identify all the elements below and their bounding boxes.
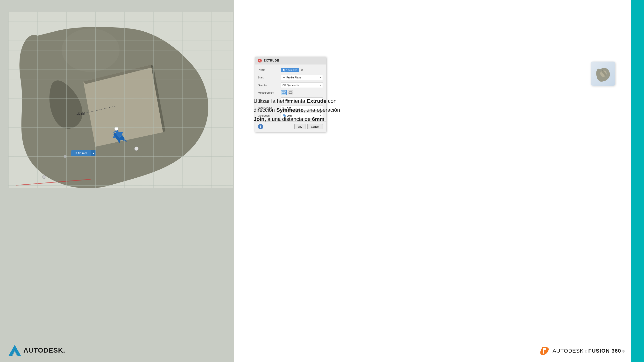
measurement-icon-1[interactable] [281, 90, 286, 95]
svg-text:3.00 mm: 3.00 mm [76, 152, 87, 155]
autodesk-logo: AUTODESK. [8, 345, 65, 356]
3d-shape-svg: -6.00 3.00 mm ▾ [8, 11, 233, 188]
profile-control: 1 selected ✕ [281, 68, 323, 72]
profile-label: Profile [258, 68, 281, 71]
info-icon: i [258, 124, 263, 129]
profile-clear-button[interactable]: ✕ [300, 68, 304, 72]
teal-sidebar-bar [631, 0, 644, 362]
svg-point-6 [134, 147, 138, 151]
direction-dropdown[interactable]: Symmetric ▾ [281, 82, 323, 88]
dialog-title: EXTRUDE [264, 59, 279, 62]
3d-canvas: -6.00 3.00 mm ▾ [8, 11, 233, 188]
profile-plane-icon [282, 76, 286, 79]
start-label: Start [258, 76, 281, 79]
svg-point-7 [42, 175, 46, 179]
fusion-logo-text: AUTODESK ® FUSION 360 ® [552, 348, 625, 354]
description-bold2: Symmetric, [276, 107, 305, 113]
autodesk-text: AUTODESK. [24, 347, 65, 354]
autodesk-icon [8, 345, 21, 356]
svg-marker-3 [110, 128, 122, 141]
direction-value: Symmetric [287, 84, 300, 87]
cancel-button[interactable]: Cancel [308, 124, 323, 129]
direction-row: Direction Symmetric [255, 81, 326, 89]
profile-selected-value: 1 selected [286, 69, 297, 71]
svg-rect-10 [71, 150, 92, 156]
description-area: Utilizar la herramienta Extrude condirec… [254, 96, 622, 124]
dialog-header: EXTRUDE [255, 57, 326, 64]
full-length-icon [288, 91, 292, 94]
viewport: -6.00 3.00 mm ▾ [0, 0, 234, 362]
reg-mark: ® [622, 350, 625, 353]
description-part3: una operación [305, 107, 340, 113]
svg-text:▾: ▾ [93, 152, 94, 155]
start-dropdown[interactable]: Profile Plane ▾ [281, 75, 323, 80]
ok-button[interactable]: OK [294, 124, 306, 129]
half-length-icon [282, 91, 286, 94]
start-row: Start Profile Plane ▾ [255, 74, 326, 81]
direction-dropdown-arrow: ▾ [320, 84, 321, 86]
svg-line-9 [16, 179, 90, 185]
svg-marker-4 [116, 132, 123, 138]
svg-point-0 [62, 28, 120, 72]
dialog-close-button[interactable] [258, 59, 262, 62]
right-panel: EXTRUDE Profile 1 selected ✕ Star [234, 0, 644, 362]
measurement-label: Measurement [258, 91, 281, 94]
description-bold4: 6mm [312, 116, 324, 122]
profile-row: Profile 1 selected ✕ [255, 66, 326, 74]
symmetric-icon [282, 84, 286, 87]
svg-point-8 [64, 155, 67, 158]
svg-point-5 [114, 127, 118, 131]
measurement-control [281, 90, 323, 95]
description-part1: Utilizar la herramienta [254, 98, 307, 104]
direction-label: Direction [258, 84, 281, 87]
part-thumbnail-svg [594, 65, 612, 82]
trademark-symbol: ® [585, 350, 587, 353]
svg-text:-6.00: -6.00 [76, 112, 86, 116]
fusion-name-text: FUSION 360 [588, 348, 621, 354]
description-part4: a una distancia de [266, 116, 312, 122]
cursor-icon [283, 68, 285, 71]
measurement-icon-2[interactable] [288, 90, 294, 95]
fusion-autodesk-text: AUTODESK [552, 348, 584, 354]
description-bold3: Join, [254, 116, 266, 122]
description-bold1: Extrude [307, 98, 326, 104]
measurement-row: Measurement [255, 89, 326, 96]
close-icon [259, 60, 261, 61]
measurement-icons [281, 90, 294, 95]
start-dropdown-arrow: ▾ [320, 76, 321, 79]
profile-selected-badge[interactable]: 1 selected [281, 68, 299, 72]
start-value: Profile Plane [286, 76, 301, 79]
start-control: Profile Plane ▾ [281, 75, 323, 80]
fusion-f-icon [540, 346, 550, 356]
svg-line-2 [81, 106, 117, 114]
3d-part-icon [591, 61, 615, 86]
svg-rect-12 [91, 150, 96, 156]
svg-rect-27 [289, 92, 292, 94]
direction-control: Symmetric ▾ [281, 82, 323, 88]
fusion-360-logo: AUTODESK ® FUSION 360 ® [540, 346, 625, 356]
